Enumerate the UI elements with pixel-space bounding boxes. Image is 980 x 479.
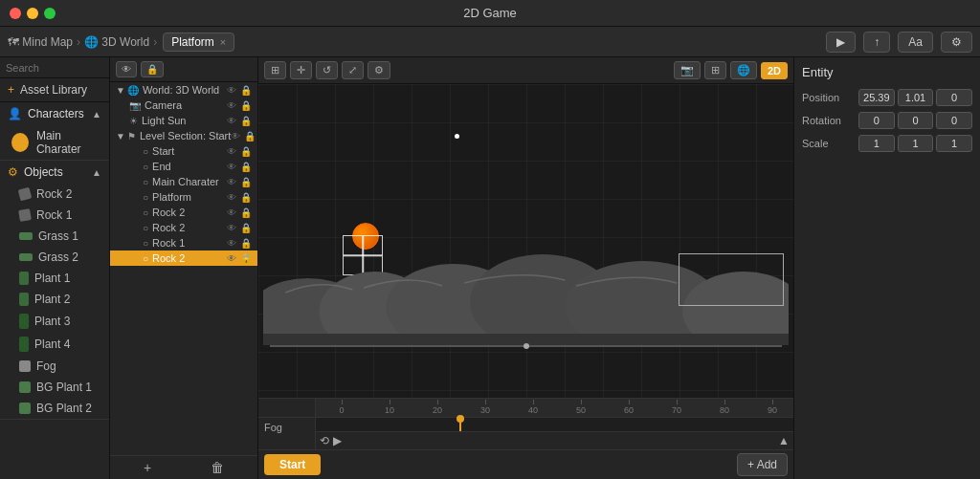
scale-z[interactable]: 1 (936, 135, 972, 152)
select-tool-button[interactable]: ⊞ (264, 61, 286, 79)
timeline-footer: Start + Add (258, 449, 793, 479)
node-icon: ○ (143, 146, 148, 157)
scale-y[interactable]: 1 (898, 135, 934, 152)
eye-button[interactable]: 👁 (116, 61, 137, 77)
fullscreen-button[interactable] (44, 8, 56, 19)
tree-item-level-section[interactable]: ▼ ⚑ Level Section: Start 👁 🔒 (110, 128, 257, 143)
tree-item-label: Level Section: Start (140, 130, 231, 142)
minimize-button[interactable] (27, 8, 38, 19)
position-x[interactable]: 25.39 (858, 89, 895, 106)
lock-icon: 🔒 (240, 238, 252, 249)
search-input[interactable] (6, 62, 110, 74)
tree-item-rock2-selected[interactable]: ○ Rock 2 👁 🔒 (110, 250, 257, 266)
tree-item-camera[interactable]: 📷 Camera 👁 🔒 (110, 98, 257, 113)
lock-button[interactable]: 🔒 (141, 61, 164, 77)
tree-item-label: Rock 1 (152, 237, 185, 249)
scale-tool-button[interactable]: ⤢ (342, 61, 364, 79)
objects-header[interactable]: ⚙ Objects ▲ (0, 161, 109, 184)
scale-x[interactable]: 1 (858, 135, 895, 152)
breadcrumb-3dworld[interactable]: 🌐 3D World (84, 35, 149, 49)
tree-item-lightsun[interactable]: ☀ Light Sun 👁 🔒 (110, 113, 257, 128)
anchor-point (455, 134, 459, 139)
lock-icon: 🔒 (240, 192, 252, 203)
tree-item-rock2b[interactable]: ○ Rock 2 👁 🔒 (110, 220, 257, 235)
character-label: Main Charater (36, 129, 101, 156)
active-tab[interactable]: Platform × (163, 33, 234, 52)
rotate-tool-button[interactable]: ↺ (316, 61, 338, 79)
add-button[interactable]: + Add (737, 453, 788, 476)
start-button[interactable]: Start (264, 454, 321, 475)
delete-node-button[interactable]: 🗑 (211, 460, 224, 475)
add-node-button[interactable]: + (144, 460, 151, 475)
timeline-ruler[interactable]: 0 10 20 30 (316, 399, 793, 418)
list-item[interactable]: Fog (0, 356, 109, 377)
tree-item-rock1[interactable]: ○ Rock 1 👁 🔒 (110, 235, 257, 250)
tree-item-label: Rock 2 (152, 222, 185, 233)
tree-item-start[interactable]: ○ Start 👁 🔒 (110, 143, 257, 159)
ruler-tick: 30 (461, 400, 509, 415)
world-icon: 🌐 (127, 85, 139, 96)
rotation-x[interactable]: 0 (858, 112, 895, 129)
rotation-row: Rotation 0 0 0 (802, 112, 972, 129)
characters-header[interactable]: 👤 Characters ▲ (0, 102, 109, 125)
camera-view-button[interactable]: 📷 (674, 61, 701, 79)
play-button[interactable]: ▶ (826, 32, 856, 53)
font-button[interactable]: Aa (898, 32, 933, 53)
list-item[interactable]: BG Plant 1 (0, 377, 109, 398)
list-item[interactable]: Plant 3 (0, 310, 109, 333)
collapse-button[interactable]: ▲ (778, 434, 790, 447)
item-label: Rock 2 (36, 187, 72, 201)
list-item[interactable]: Rock 1 (0, 205, 109, 226)
rotation-z[interactable]: 0 (936, 112, 972, 129)
tree-item-rock2a[interactable]: ○ Rock 2 👁 🔒 (110, 205, 257, 220)
tree-item-world[interactable]: ▼ 🌐 World: 3D World 👁 🔒 (110, 82, 257, 98)
settings-button[interactable]: ⚙ (941, 32, 972, 53)
tree-item-platform[interactable]: ○ Platform 👁 🔒 (110, 189, 257, 205)
item-label: Grass 1 (38, 229, 78, 243)
position-y[interactable]: 1.01 (898, 89, 934, 106)
viewport-canvas (258, 84, 793, 398)
ruler-tick: 0 (318, 400, 366, 415)
ruler-tick: 60 (605, 400, 653, 415)
rotation-y[interactable]: 0 (898, 112, 934, 129)
eye-icon: 👁 (227, 116, 236, 126)
lock-icon: 🔒 (240, 162, 252, 172)
play-timeline-button[interactable]: ▶ (333, 434, 342, 447)
tab-close-button[interactable]: × (220, 36, 226, 48)
move-tool-button[interactable]: ✛ (290, 61, 312, 79)
3d-view-button[interactable]: 🌐 (730, 61, 757, 79)
tree-item-end[interactable]: ○ End 👁 🔒 (110, 159, 257, 174)
eye-icon: 👁 (227, 223, 236, 233)
item-label: BG Plant 1 (36, 381, 92, 394)
list-item[interactable]: Grass 1 (0, 226, 109, 247)
snap-tool-button[interactable]: ⚙ (368, 61, 390, 79)
list-item[interactable]: Rock 2 (0, 184, 109, 205)
list-item[interactable]: Plant 4 (0, 333, 109, 356)
tree-item-actions: 👁 🔒 (227, 177, 252, 187)
list-item[interactable]: BG Plant 2 (0, 398, 109, 419)
tree-item-label: Start (152, 145, 174, 157)
search-bar: 🔍 (0, 57, 109, 78)
asset-library-button[interactable]: + Asset Library (0, 78, 109, 102)
playhead[interactable] (459, 418, 461, 431)
tree-item-actions: 👁 🔒 (227, 192, 252, 203)
scale-label: Scale (802, 138, 855, 149)
ruler-tick: 50 (557, 400, 605, 415)
scene-tree-footer: + 🗑 (110, 455, 257, 479)
rewind-button[interactable]: ⟲ (320, 434, 329, 447)
node-icon: ○ (143, 253, 148, 264)
grid-view-button[interactable]: ⊞ (704, 61, 726, 79)
list-item[interactable]: Plant 1 (0, 268, 109, 289)
2d-view-button[interactable]: 2D (761, 62, 788, 79)
list-item[interactable]: Grass 2 (0, 247, 109, 268)
timeline: Fog 0 10 (258, 398, 793, 479)
tree-item-mainchar[interactable]: ○ Main Charater 👁 🔒 (110, 174, 257, 189)
item-label: Plant 2 (34, 293, 70, 306)
position-z[interactable]: 0 (936, 89, 972, 106)
eye-icon: 👁 (227, 177, 236, 187)
breadcrumb-mindmap[interactable]: 🗺 Mind Map (8, 35, 73, 49)
list-item[interactable]: Plant 2 (0, 289, 109, 310)
export-button[interactable]: ↑ (863, 32, 890, 53)
close-button[interactable] (10, 8, 21, 19)
main-character-item[interactable]: Main Charater (0, 125, 109, 160)
